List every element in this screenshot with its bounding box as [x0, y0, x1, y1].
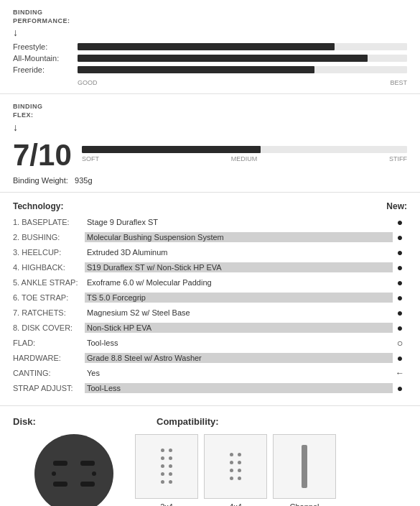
flex-scale: SOFT MEDIUM STIFF	[82, 155, 407, 162]
tech-value-wrap-11: Tool-Less	[85, 383, 393, 393]
tech-num-label-7: 8. DISK COVER:	[13, 323, 85, 332]
perf-scale-high: BEST	[390, 79, 407, 86]
compat-item-channel: Channel	[273, 434, 336, 506]
tech-value-8: Tool-less	[85, 338, 120, 348]
dot-4x4	[230, 461, 233, 464]
disk-slot-row-bot	[53, 482, 95, 487]
tech-dot-1: ●	[393, 231, 407, 243]
tech-row-2: 3. HEELCUP: Extruded 3D Aluminum ●	[13, 246, 407, 259]
tech-dot-2: ●	[393, 247, 407, 258]
perf-row-2: Freeride:	[13, 65, 407, 74]
tech-dot-7: ●	[393, 322, 407, 334]
tech-num-label-1: 2. BUSHING:	[13, 233, 85, 242]
flex-arrow-icon: ↓	[13, 121, 407, 133]
disk-slot-tl	[53, 461, 67, 466]
tech-num-label-9: HARDWARE:	[13, 354, 85, 362]
flex-label: BINDING FLEX:	[13, 103, 407, 119]
tech-num-label-6: 7. RATCHETS:	[13, 308, 85, 317]
perf-bar-container-1	[78, 55, 407, 62]
flex-scale-stiff: STIFF	[389, 155, 407, 162]
dot-2x4	[169, 464, 172, 468]
tech-circle-8: ○	[393, 337, 407, 349]
tech-value-wrap-9: Grade 8.8 Steel w/ Astro Washer	[85, 353, 393, 363]
compat-box-2x4	[135, 434, 198, 499]
performance-section: BINDING PERFORMANCE: ↓ Freestyle: All-Mo…	[0, 0, 420, 94]
perf-label-1: All-Mountain:	[13, 54, 78, 63]
tech-value-wrap-8: Tool-less	[85, 338, 393, 348]
perf-bar-fill-0	[78, 43, 335, 50]
tech-row-5: 6. TOE STRAP: TS 5.0 Forcegrip ●	[13, 291, 407, 304]
flex-bar-fill	[82, 146, 261, 153]
perf-label-0: Freestyle:	[13, 42, 78, 51]
tech-value-7: Non-Stick HP EVA	[85, 323, 393, 333]
disk-slot-row-mid	[52, 472, 96, 476]
tech-value-6: Magnesium S2 w/ Steel Base	[85, 308, 192, 318]
tech-num-label-5: 6. TOE STRAP:	[13, 293, 85, 302]
perf-bar-fill-2	[78, 66, 314, 73]
compat-images: 2x4 4x4 Channel	[135, 434, 407, 506]
performance-scale: GOOD BEST	[78, 77, 407, 86]
tech-value-wrap-10: Yes	[85, 368, 393, 378]
dot-4x4	[238, 461, 241, 464]
channel-bar	[302, 445, 307, 488]
perf-bar-container-2	[78, 66, 407, 73]
dot-2x4	[161, 480, 164, 484]
flex-score: 7/10	[13, 140, 70, 170]
performance-bars: Freestyle: All-Mountain: Freeride:	[13, 42, 407, 74]
tech-dot-6: ●	[393, 307, 407, 318]
flex-main: 7/10 SOFT MEDIUM STIFF	[13, 137, 407, 170]
disk-compat-body: Camber Disk 2x4 4x4 Channel	[13, 434, 407, 506]
tech-value-wrap-7: Non-Stick HP EVA	[85, 323, 393, 333]
tech-row-7: 8. DISK COVER: Non-Stick HP EVA ●	[13, 321, 407, 334]
dot-2x4	[161, 456, 164, 460]
tech-value-wrap-4: Exoframe 6.0 w/ Molecular Padding	[85, 277, 393, 288]
tech-value-wrap-0: Stage 9 Duraflex ST	[85, 217, 393, 227]
perf-scale-low: GOOD	[78, 79, 98, 86]
tech-row-11: STRAP ADJUST: Tool-Less ●	[13, 382, 407, 395]
compat-box-channel	[273, 434, 336, 499]
flex-scale-soft: SOFT	[82, 155, 99, 162]
perf-label-2: Freeride:	[13, 65, 78, 74]
tech-dot-0: ●	[393, 216, 407, 228]
tech-num-label-4: 5. ANKLE STRAP:	[13, 278, 85, 287]
tech-num-label-11: STRAP ADJUST:	[13, 384, 85, 392]
tech-row-8: FLAD: Tool-less ○	[13, 336, 407, 349]
disk-title: Disk:	[13, 416, 157, 427]
disk-slot-tr	[80, 461, 95, 466]
tech-row-4: 5. ANKLE STRAP: Exoframe 6.0 w/ Molecula…	[13, 276, 407, 289]
tech-num-label-0: 1. BASEPLATE:	[13, 218, 85, 226]
compat-label-4x4: 4x4	[204, 502, 267, 506]
tech-value-wrap-1: Molecular Bushing Suspension System	[85, 232, 393, 242]
disk-compat-header: Disk: Compatibility:	[13, 416, 407, 427]
technology-section: Technology: New: 1. BASEPLATE: Stage 9 D…	[0, 193, 420, 406]
weight-label: Binding Weight:	[13, 176, 68, 185]
tech-row-0: 1. BASEPLATE: Stage 9 Duraflex ST ●	[13, 216, 407, 229]
disk-corner-ml	[52, 472, 56, 476]
dot-2x4	[161, 472, 164, 476]
tech-num-label-8: FLAD:	[13, 339, 85, 347]
compat-item-4x4: 4x4	[204, 434, 267, 506]
disk-slot-bl	[53, 482, 67, 487]
tech-dot-11: ●	[393, 382, 407, 394]
tech-value-5: TS 5.0 Forcegrip	[85, 293, 393, 303]
disk-slot-spacer	[69, 472, 79, 476]
disk-section: Disk: Compatibility:	[0, 406, 420, 506]
weight-row: Binding Weight: 935g	[13, 176, 407, 185]
tech-value-3: S19 Duraflex ST w/ Non-Stick HP EVA	[85, 262, 393, 272]
new-label: New:	[386, 201, 407, 211]
tech-value-wrap-2: Extruded 3D Aluminum	[85, 247, 393, 257]
tech-row-3: 4. HIGHBACK: S19 Duraflex ST w/ Non-Stic…	[13, 261, 407, 274]
dot-4x4	[230, 453, 233, 456]
disk-corner-mr	[92, 472, 96, 476]
flex-bar-area: SOFT MEDIUM STIFF	[82, 137, 407, 162]
compat-title: Compatibility:	[157, 416, 219, 427]
tech-num-label-2: 3. HEELCUP:	[13, 248, 85, 257]
compat-label-2x4: 2x4	[135, 502, 198, 506]
dot-4x4	[230, 469, 233, 472]
tech-value-wrap-5: TS 5.0 Forcegrip	[85, 293, 393, 303]
tech-value-1: Molecular Bushing Suspension System	[85, 232, 393, 242]
perf-row-1: All-Mountain:	[13, 54, 407, 63]
tech-dot-9: ●	[393, 352, 407, 364]
disk-circle	[34, 434, 113, 506]
disk-slot-br	[80, 482, 95, 487]
